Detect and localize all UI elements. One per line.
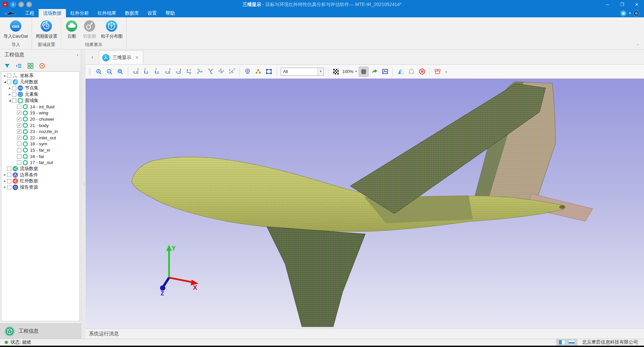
tree-item[interactable]: ▶Yzx坐标系 (1, 73, 80, 79)
tree-checkbox[interactable] (12, 98, 16, 103)
tree-item[interactable]: ✓21 - body (1, 122, 80, 129)
tab-3d-view[interactable]: 三维显示 ✕ (99, 50, 143, 64)
tree-checkbox[interactable]: ✓ (17, 117, 21, 121)
quick-view-icon[interactable]: ▣ (620, 10, 626, 16)
tree-item[interactable]: ▶节点集 (1, 85, 80, 91)
tree-checkbox[interactable] (17, 142, 21, 146)
archive-box-icon[interactable] (433, 67, 443, 77)
cancel-icon[interactable] (417, 67, 427, 77)
ribbon-collapse-icon[interactable]: ⌃ (636, 43, 639, 48)
view-right-icon[interactable]: zxY (163, 67, 173, 77)
redo-icon[interactable]: ↻ (26, 2, 32, 7)
particles-icon[interactable] (253, 67, 263, 77)
toolbar-drag-handle[interactable] (89, 68, 91, 75)
snapshot-icon[interactable] (380, 67, 390, 77)
tree-item[interactable]: 流场数据 (1, 166, 80, 172)
zoom-out-icon[interactable] (105, 67, 115, 77)
zoom-in-icon[interactable] (94, 67, 104, 77)
tree-checkbox[interactable] (7, 80, 11, 84)
panel-collapse-icon[interactable]: ‹ (77, 52, 78, 57)
menu-item-database[interactable]: 数据库 (121, 9, 143, 17)
zoom-caret-icon[interactable]: ▼ (355, 70, 357, 73)
tree-item[interactable]: 17 - far_out (1, 159, 80, 166)
restore-icon[interactable]: ❐ (615, 0, 629, 9)
undo-icon[interactable]: ↺ (18, 2, 24, 7)
periodic-face-settings-button[interactable]: 周期面设置 (34, 19, 59, 40)
view-left-icon[interactable]: Yxz (152, 67, 162, 77)
tree-item[interactable]: ▶红外数据 (1, 178, 80, 184)
panel-splitter[interactable]: ⋮⋮ (81, 49, 86, 339)
close-icon[interactable]: ✕ (629, 0, 644, 9)
tree-expander-icon[interactable]: ▶ (3, 74, 7, 77)
menu-item-flowfield-data[interactable]: 流场数据 (39, 9, 66, 17)
select-box-icon[interactable] (264, 67, 274, 77)
app-logo-icon[interactable]: ✦ (2, 2, 8, 7)
tab-scroll-left-icon[interactable]: ‹ (86, 49, 99, 64)
tree-checkbox[interactable] (17, 105, 21, 109)
tree-item[interactable]: ✓20 - chuiwei (1, 116, 80, 122)
import-cas-dat-button[interactable]: cas 导入Cas/Dat (2, 19, 30, 40)
layout-bottom-icon[interactable] (568, 340, 575, 345)
display-filter-dropdown[interactable]: All ▼ (281, 68, 324, 76)
menu-item-infrared-results[interactable]: 红外结果 (93, 9, 121, 17)
mirror-icon[interactable] (396, 67, 406, 77)
tree-checkbox[interactable]: ✓ (17, 129, 21, 134)
tree-checkbox[interactable]: ✓ (17, 123, 21, 128)
menu-item-help[interactable]: 帮助 (161, 9, 179, 17)
tree-expander-icon[interactable]: ◢ (8, 99, 12, 102)
menu-item-settings[interactable]: 设置 (143, 9, 161, 17)
tree-checkbox[interactable] (17, 148, 21, 152)
light-icon[interactable] (242, 67, 252, 77)
view-bottom-icon[interactable]: zYx (184, 67, 194, 77)
archive-caret-icon[interactable]: ∨ (443, 67, 449, 77)
transparency-icon[interactable] (331, 67, 341, 77)
tree-expander-icon[interactable]: ▶ (3, 173, 7, 176)
tree-checkbox[interactable] (17, 160, 21, 165)
iso-view-1-icon[interactable]: Yxz (195, 67, 205, 77)
tree-checkbox[interactable]: ✓ (17, 136, 21, 140)
minimize-icon[interactable]: ─ (600, 0, 615, 9)
tree-expander-icon[interactable]: ▶ (8, 87, 12, 90)
tree-checkbox[interactable] (7, 74, 11, 78)
tree-checkbox[interactable] (7, 167, 11, 171)
iso-view-2-icon[interactable]: Yxz (205, 67, 215, 77)
tree-expander-icon[interactable]: ▶ (8, 93, 12, 96)
tree-item[interactable]: ◢几何数据 (1, 79, 80, 85)
tree-item[interactable]: ▶边界条件 (1, 172, 80, 178)
tree-item[interactable]: 18 - sym (1, 141, 80, 147)
export-icon[interactable] (369, 67, 379, 77)
view-top-icon[interactable]: zYx (173, 67, 183, 77)
new-document-icon[interactable]: 🗎 (10, 2, 16, 7)
cloud-map-button[interactable]: 云图 (63, 19, 80, 40)
tree-item[interactable]: ✓22 - inlet_out (1, 135, 80, 141)
panel-bottom-tab[interactable]: 工程信息 (0, 323, 81, 339)
tree-item[interactable]: ✓19 - wing (1, 110, 80, 116)
zoom-level-control[interactable]: 100%▼ (342, 69, 357, 74)
tree-item[interactable]: ▶报告资源 (1, 184, 80, 191)
tree-checkbox[interactable] (7, 185, 11, 189)
help-book-icon[interactable]: ⧉ (633, 10, 639, 16)
grid-view-icon[interactable] (27, 63, 34, 69)
viewport-3d[interactable]: Y X Z (86, 79, 644, 328)
menu-item-infrared-analysis[interactable]: 红外分析 (66, 9, 93, 17)
link-nodes-icon[interactable] (406, 67, 416, 77)
tree-checkbox[interactable] (12, 86, 16, 90)
tree-item[interactable]: ▶元素集 (1, 91, 80, 98)
filter-icon[interactable] (4, 63, 10, 69)
quick-view-caret-icon[interactable]: ▼ (628, 12, 631, 15)
tree-checkbox[interactable] (17, 154, 21, 159)
tree-item[interactable]: ◢面域集 (1, 97, 80, 104)
tree-checkbox[interactable] (7, 179, 11, 183)
tree-checkbox[interactable] (7, 173, 11, 177)
grid-icon[interactable] (359, 67, 369, 77)
tree-expander-icon[interactable]: ▶ (3, 180, 7, 183)
tree-expander-icon[interactable]: ▶ (3, 186, 7, 189)
zoom-fit-icon[interactable] (115, 67, 125, 77)
locate-target-icon[interactable] (39, 63, 45, 69)
tree-item[interactable]: 14 - int_fluid (1, 104, 80, 110)
particle-distribution-button[interactable]: 粒子分布图 (99, 19, 124, 40)
tree-checkbox[interactable] (12, 92, 16, 97)
menu-item-engineering[interactable]: 工程 (21, 9, 39, 17)
iso-view-4-icon[interactable]: zxY (227, 67, 237, 77)
system-message-panel[interactable]: 系统运行消息 (86, 328, 644, 339)
